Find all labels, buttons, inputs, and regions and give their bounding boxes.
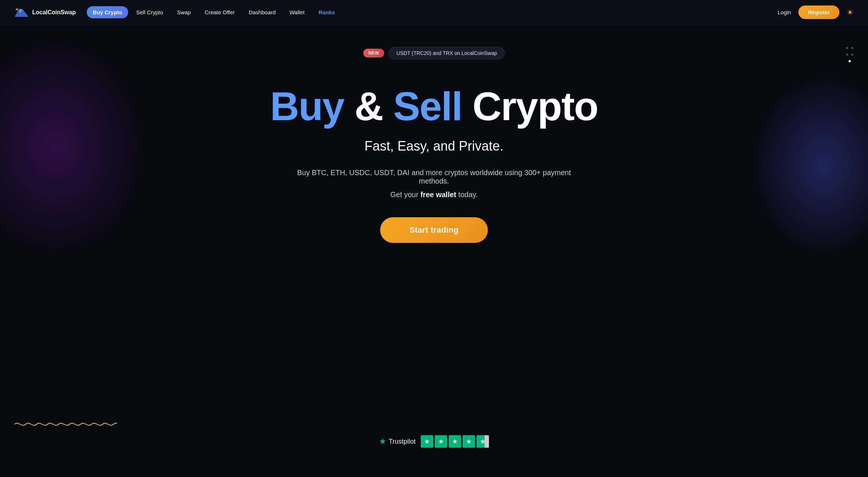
nav-ranks[interactable]: Ranks — [313, 6, 341, 18]
announcement-badge: NEW — [363, 49, 385, 58]
nav-dashboard[interactable]: Dashboard — [243, 6, 281, 18]
dot-2 — [851, 47, 853, 49]
hero-title: Buy & Sell Crypto — [270, 85, 598, 127]
announcement-text: USDT (TRC20) and TRX on LocalCoinSwap — [389, 47, 505, 59]
wallet-text-suffix: today. — [456, 191, 478, 199]
tp-star-4: ★ — [463, 435, 475, 448]
dots-row-3 — [849, 60, 851, 62]
hero-title-buy: Buy — [270, 84, 344, 129]
dots-row-1 — [846, 47, 853, 49]
dot-1 — [846, 47, 848, 49]
navbar: LocalCoinSwap Buy Crypto Sell Crypto Swa… — [0, 0, 868, 25]
tp-star-5-half: ★ — [476, 435, 489, 448]
nav-links: Buy Crypto Sell Crypto Swap Create Offer… — [87, 6, 778, 18]
logo[interactable]: LocalCoinSwap — [15, 7, 76, 18]
announcement-banner[interactable]: NEW USDT (TRC20) and TRX on LocalCoinSwa… — [363, 47, 505, 59]
brand-name: LocalCoinSwap — [32, 9, 76, 16]
wavy-decoration — [15, 417, 117, 433]
start-trading-button[interactable]: Start trading — [380, 217, 488, 243]
dot-4 — [851, 53, 853, 56]
wallet-text-bold: free wallet — [420, 191, 456, 199]
nav-wallet[interactable]: Wallet — [284, 6, 311, 18]
nav-right: Login Register ☀ — [778, 5, 853, 19]
hero-title-sell: Sell — [393, 84, 462, 129]
nav-buy-crypto[interactable]: Buy Crypto — [87, 6, 128, 18]
trustpilot-stars: ★ ★ ★ ★ ★ — [421, 435, 489, 448]
hero-title-crypto: Crypto — [462, 84, 598, 129]
register-button[interactable]: Register — [798, 5, 839, 19]
login-button[interactable]: Login — [778, 9, 791, 15]
tp-star-2: ★ — [435, 435, 447, 448]
tp-star-3: ★ — [449, 435, 461, 448]
hero-wallet-text: Get your free wallet today. — [390, 191, 478, 199]
hero-title-ampersand: & — [344, 84, 393, 129]
dot-5-active — [849, 60, 851, 62]
trustpilot-star-icon: ★ — [379, 437, 386, 446]
nav-create-offer[interactable]: Create Offer — [199, 6, 241, 18]
hero-subtitle: Fast, Easy, and Private. — [364, 138, 504, 154]
hero-section: NEW USDT (TRC20) and TRX on LocalCoinSwa… — [0, 25, 868, 477]
dot-3 — [846, 53, 848, 56]
trustpilot-logo: ★ Trustpilot — [379, 437, 415, 446]
tp-star-1: ★ — [421, 435, 433, 448]
nav-sell-crypto[interactable]: Sell Crypto — [130, 6, 169, 18]
wallet-text-prefix: Get your — [390, 191, 420, 199]
logo-icon — [15, 7, 29, 18]
nav-swap[interactable]: Swap — [171, 6, 197, 18]
hero-description: Buy BTC, ETH, USDC, USDT, DAI and more c… — [288, 169, 580, 185]
dots-row-2 — [846, 53, 853, 56]
trustpilot-label: Trustpilot — [389, 438, 415, 445]
slide-dots — [846, 47, 853, 62]
theme-toggle-icon[interactable]: ☀ — [847, 8, 853, 17]
trustpilot-section: ★ Trustpilot ★ ★ ★ ★ ★ — [379, 435, 489, 448]
